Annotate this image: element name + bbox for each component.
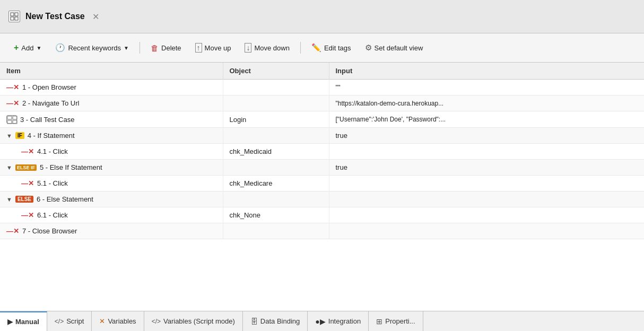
data-binding-icon: 🗄 xyxy=(250,317,258,326)
collapse-icon[interactable]: ▼ xyxy=(6,164,12,171)
step-input xyxy=(329,144,644,160)
step-object: chk_Medicare xyxy=(223,176,329,191)
svg-rect-7 xyxy=(13,120,17,124)
close-icon[interactable]: ✕ xyxy=(92,12,99,22)
tab-properties-label: Properti... xyxy=(385,317,415,325)
step-object xyxy=(223,191,329,207)
step-label: 4.1 - Click xyxy=(37,147,68,155)
collapse-icon[interactable]: ▼ xyxy=(6,133,12,139)
title-icon xyxy=(8,11,20,22)
toolbar-separator-2 xyxy=(300,42,301,54)
tab-variables[interactable]: ✕ Variables xyxy=(92,311,144,331)
step-object: chk_Medicaid xyxy=(223,144,329,160)
move-down-label: Move down xyxy=(254,44,289,52)
gear-icon: ⚙ xyxy=(365,43,372,53)
move-up-label: Move up xyxy=(205,44,231,52)
step-label: 3 - Call Test Case xyxy=(20,116,74,124)
variables-icon: ✕ xyxy=(99,317,105,325)
step-input: true xyxy=(329,160,644,176)
tab-properties[interactable]: ⊞ Properti... xyxy=(369,311,423,331)
tab-data-binding[interactable]: 🗄 Data Binding xyxy=(243,311,308,331)
delete-button[interactable]: 🗑 Delete xyxy=(145,41,187,55)
step-call-icon xyxy=(6,115,17,124)
properties-icon: ⊞ xyxy=(376,317,382,326)
delete-label: Delete xyxy=(161,44,181,52)
svg-rect-2 xyxy=(11,17,14,20)
col-header-object: Object xyxy=(223,63,329,80)
tab-script-label: Script xyxy=(66,317,84,325)
table-row[interactable]: ▼ ELSE 6 - Else Statement xyxy=(0,191,644,207)
edit-tags-icon: ✏️ xyxy=(311,43,321,53)
step-object xyxy=(223,128,329,144)
step-input xyxy=(329,207,644,223)
step-label: 2 - Navigate To Url xyxy=(22,99,79,107)
step-input: "" xyxy=(329,80,644,95)
step-input xyxy=(329,176,644,191)
move-down-icon: ↓ xyxy=(245,43,251,53)
tab-integration-label: Integration xyxy=(328,317,361,325)
tab-variables-script-label: Variables (Script mode) xyxy=(163,317,235,325)
step-object xyxy=(223,223,329,239)
step-object: Login xyxy=(223,111,329,128)
step-error-icon: —✕ xyxy=(21,147,34,155)
table-row[interactable]: —✕ 5.1 - Click chk_Medicare xyxy=(0,176,644,191)
tab-manual[interactable]: ▶ Manual xyxy=(0,311,47,331)
step-error-icon: —✕ xyxy=(21,179,34,187)
table-row[interactable]: 3 - Call Test Case Login ["Username":'Jo… xyxy=(0,111,644,128)
step-label: 1 - Open Browser xyxy=(22,83,76,91)
add-label: Add xyxy=(21,44,33,52)
tab-data-binding-label: Data Binding xyxy=(260,317,300,325)
page-title: New Test Case xyxy=(25,12,85,21)
move-up-button[interactable]: ↑ Move up xyxy=(190,41,237,55)
step-label: 5 - Else If Statement xyxy=(40,163,102,171)
toolbar: + Add ▼ 🕐 Recent keywords ▼ 🗑 Delete ↑ M… xyxy=(0,33,644,63)
table-row[interactable]: ▼ IF 4 - If Statement true xyxy=(0,128,644,144)
step-object xyxy=(223,160,329,176)
collapse-icon[interactable]: ▼ xyxy=(6,196,12,203)
table-row[interactable]: ▼ ELSE IF 5 - Else If Statement true xyxy=(0,160,644,176)
step-input xyxy=(329,223,644,239)
table-row[interactable]: —✕ 4.1 - Click chk_Medicaid xyxy=(0,144,644,160)
recent-keywords-button[interactable]: 🕐 Recent keywords ▼ xyxy=(50,41,134,55)
edit-tags-button[interactable]: ✏️ Edit tags xyxy=(306,41,356,55)
recent-dropdown-icon: ▼ xyxy=(124,45,129,51)
table-row[interactable]: —✕ 7 - Close Browser xyxy=(0,223,644,239)
step-input xyxy=(329,191,644,207)
step-label: 5.1 - Click xyxy=(37,179,68,187)
step-label: 6.1 - Click xyxy=(37,211,68,219)
table-row[interactable]: —✕ 6.1 - Click chk_None xyxy=(0,207,644,223)
set-default-view-button[interactable]: ⚙ Set default view xyxy=(360,41,429,55)
if-badge: IF xyxy=(15,132,24,139)
step-label: 4 - If Statement xyxy=(28,132,75,140)
move-up-icon: ↑ xyxy=(195,43,202,53)
bottom-tab-bar: ▶ Manual </> Script ✕ Variables </> Vari… xyxy=(0,311,644,331)
step-error-icon: —✕ xyxy=(6,99,19,107)
add-button[interactable]: + Add ▼ xyxy=(8,41,47,55)
step-object xyxy=(223,95,329,111)
svg-rect-3 xyxy=(15,17,18,20)
move-down-button[interactable]: ↓ Move down xyxy=(239,41,294,55)
step-error-icon: —✕ xyxy=(21,211,34,219)
recent-label: Recent keywords xyxy=(68,44,121,52)
title-bar: New Test Case ✕ xyxy=(0,0,644,33)
add-dropdown-icon: ▼ xyxy=(36,45,41,51)
svg-rect-5 xyxy=(13,116,17,119)
tab-manual-label: Manual xyxy=(15,318,39,326)
table-header-row: Item Object Input xyxy=(0,63,644,80)
tab-script[interactable]: </> Script xyxy=(47,311,92,331)
table-row[interactable]: —✕ 1 - Open Browser "" xyxy=(0,80,644,95)
col-header-input: Input xyxy=(329,63,644,80)
table-row[interactable]: —✕ 2 - Navigate To Url "https://katalon-… xyxy=(0,95,644,111)
step-object: chk_None xyxy=(223,207,329,223)
tab-integration[interactable]: ●▶ Integration xyxy=(308,311,369,331)
test-steps-table: Item Object Input —✕ 1 - Open Browser "" xyxy=(0,63,644,239)
svg-rect-6 xyxy=(7,120,12,124)
recent-icon: 🕐 xyxy=(55,43,65,53)
toolbar-separator-1 xyxy=(140,42,140,54)
step-error-icon: —✕ xyxy=(6,227,19,235)
col-header-item: Item xyxy=(0,63,223,80)
tab-variables-script[interactable]: </> Variables (Script mode) xyxy=(144,311,243,331)
manual-icon: ▶ xyxy=(7,318,13,326)
edit-tags-label: Edit tags xyxy=(324,44,351,52)
set-default-view-label: Set default view xyxy=(375,44,423,52)
